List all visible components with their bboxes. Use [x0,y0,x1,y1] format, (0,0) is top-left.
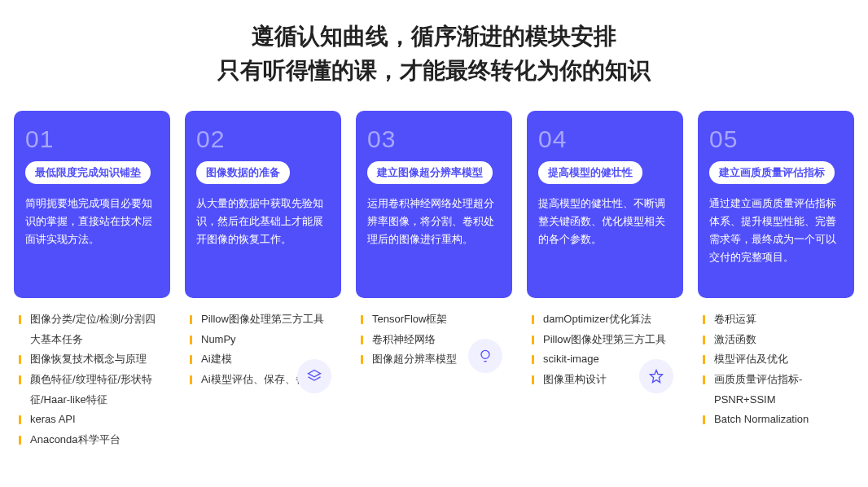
list-item: Pillow图像处理第三方工具 [532,330,678,350]
list-item: 图像恢复技术概念与原理 [19,349,165,370]
list-item: keras API [19,410,165,430]
card-number: 03 [367,125,501,153]
page-header: 遵循认知曲线，循序渐进的模块安排 只有听得懂的课，才能最终转化为你的知识 [0,0,868,111]
card-top: 03 建立图像超分辨率模型 运用卷积神经网络处理超分辨率图像，将分割、卷积处理后… [356,111,512,298]
list-item: Anaconda科学平台 [19,430,165,450]
card-bottom: damOptimizer优化算法 Pillow图像处理第三方工具 scikit-… [527,298,683,390]
card-desc: 通过建立画质质量评估指标体系、提升模型性能、完善需求等，最终成为一个可以交付的完… [709,195,843,267]
topic-list: 图像分类/定位/检测/分割四大基本任务 图像恢复技术概念与原理 颜色特征/纹理特… [19,309,165,450]
list-item: 模型评估及优化 [703,349,849,370]
card-bottom: TensorFlow框架 卷积神经网络 图像超分辨率模型 [356,298,512,370]
card-desc: 简明扼要地完成项目必要知识的掌握，直接站在技术层面讲实现方法。 [25,195,159,249]
svg-marker-3 [651,370,663,382]
card-title-pill: 最低限度完成知识铺垫 [25,161,151,184]
card-title-pill: 建立图像超分辨率模型 [367,161,493,184]
cards-row: 01 最低限度完成知识铺垫 简明扼要地完成项目必要知识的掌握，直接站在技术层面讲… [0,111,868,450]
card-desc: 提高模型的健壮性、不断调整关键函数、优化模型相关的各个参数。 [538,195,672,249]
list-item: 图像分类/定位/检测/分割四大基本任务 [19,309,165,349]
card-title-pill: 图像数据的准备 [196,161,290,184]
list-item: Batch Normalization [703,410,849,430]
module-card-1: 01 最低限度完成知识铺垫 简明扼要地完成项目必要知识的掌握，直接站在技术层面讲… [14,111,170,450]
star-icon [639,359,673,393]
card-number: 02 [196,125,330,153]
list-item: damOptimizer优化算法 [532,309,678,330]
card-top: 04 提高模型的健壮性 提高模型的健壮性、不断调整关键函数、优化模型相关的各个参… [527,111,683,298]
bulb-icon [468,339,502,373]
list-item: 颜色特征/纹理特征/形状特征/Haar-like特征 [19,370,165,410]
card-top: 02 图像数据的准备 从大量的数据中获取先验知识，然后在此基础上才能展开图像的恢… [185,111,341,298]
header-line-1: 遵循认知曲线，循序渐进的模块安排 [0,20,868,54]
list-item: NumPy [190,330,336,350]
card-number: 05 [709,125,843,153]
list-item: TensorFlow框架 [361,309,507,330]
list-item: 激活函数 [703,330,849,350]
card-title-pill: 建立画质质量评估指标 [709,161,835,184]
header-line-2: 只有听得懂的课，才能最终转化为你的知识 [0,54,868,88]
module-card-3: 03 建立图像超分辨率模型 运用卷积神经网络处理超分辨率图像，将分割、卷积处理后… [356,111,512,450]
card-top: 01 最低限度完成知识铺垫 简明扼要地完成项目必要知识的掌握，直接站在技术层面讲… [14,111,170,298]
card-desc: 从大量的数据中获取先验知识，然后在此基础上才能展开图像的恢复工作。 [196,195,330,249]
card-desc: 运用卷积神经网络处理超分辨率图像，将分割、卷积处理后的图像进行重构。 [367,195,501,249]
card-bottom: 卷积运算 激活函数 模型评估及优化 画质质量评估指标-PSNR+SSIM Bat… [698,298,854,430]
svg-marker-0 [309,370,321,376]
list-item: 卷积运算 [703,309,849,330]
card-bottom: 图像分类/定位/检测/分割四大基本任务 图像恢复技术概念与原理 颜色特征/纹理特… [14,298,170,450]
topic-list: 卷积运算 激活函数 模型评估及优化 画质质量评估指标-PSNR+SSIM Bat… [703,309,849,430]
svg-point-1 [481,350,489,358]
card-top: 05 建立画质质量评估指标 通过建立画质质量评估指标体系、提升模型性能、完善需求… [698,111,854,298]
module-card-4: 04 提高模型的健壮性 提高模型的健壮性、不断调整关键函数、优化模型相关的各个参… [527,111,683,450]
card-bottom: Pillow图像处理第三方工具 NumPy Ai建模 Ai模型评估、保存、备份 [185,298,341,390]
card-number: 04 [538,125,672,153]
list-item: 画质质量评估指标-PSNR+SSIM [703,370,849,410]
card-title-pill: 提高模型的健壮性 [538,161,642,184]
list-item: Pillow图像处理第三方工具 [190,309,336,330]
module-card-5: 05 建立画质质量评估指标 通过建立画质质量评估指标体系、提升模型性能、完善需求… [698,111,854,450]
module-card-2: 02 图像数据的准备 从大量的数据中获取先验知识，然后在此基础上才能展开图像的恢… [185,111,341,450]
card-number: 01 [25,125,159,153]
layers-icon [297,359,331,393]
